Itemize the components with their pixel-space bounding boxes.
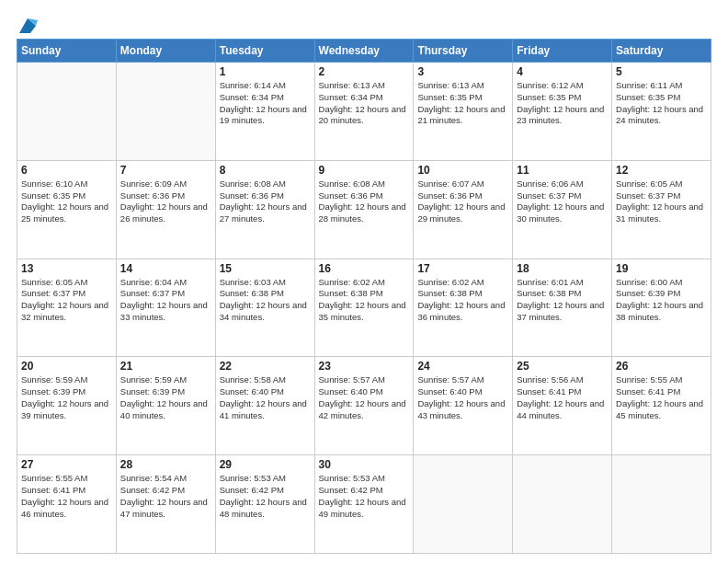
day-number: 19 [616, 262, 707, 275]
weekday-saturday: Saturday [612, 40, 711, 63]
weekday-sunday: Sunday [17, 40, 117, 63]
day-info: Sunrise: 6:14 AM Sunset: 6:34 PM Dayligh… [220, 80, 311, 127]
calendar-cell: 10Sunrise: 6:07 AM Sunset: 6:36 PM Dayli… [414, 160, 513, 259]
day-number: 8 [220, 164, 311, 177]
week-row-2: 13Sunrise: 6:05 AM Sunset: 6:37 PM Dayli… [17, 259, 711, 357]
calendar-cell [513, 455, 612, 554]
day-number: 27 [21, 458, 112, 471]
day-number: 7 [120, 164, 211, 177]
day-info: Sunrise: 5:55 AM Sunset: 6:41 PM Dayligh… [616, 374, 707, 421]
logo [17, 17, 38, 29]
day-info: Sunrise: 6:09 AM Sunset: 6:36 PM Dayligh… [120, 178, 211, 225]
day-info: Sunrise: 6:07 AM Sunset: 6:36 PM Dayligh… [417, 178, 508, 225]
weekday-monday: Monday [116, 40, 215, 63]
week-row-4: 27Sunrise: 5:55 AM Sunset: 6:41 PM Dayli… [17, 455, 711, 554]
day-number: 1 [220, 65, 311, 78]
week-row-1: 6Sunrise: 6:10 AM Sunset: 6:35 PM Daylig… [17, 160, 711, 259]
calendar-cell: 21Sunrise: 5:59 AM Sunset: 6:39 PM Dayli… [116, 357, 215, 455]
calendar-cell: 2Sunrise: 6:13 AM Sunset: 6:34 PM Daylig… [314, 63, 414, 161]
day-info: Sunrise: 6:02 AM Sunset: 6:38 PM Dayligh… [417, 277, 508, 324]
calendar-cell: 25Sunrise: 5:56 AM Sunset: 6:41 PM Dayli… [513, 357, 612, 455]
day-number: 18 [517, 262, 608, 275]
day-number: 24 [417, 360, 508, 373]
day-info: Sunrise: 5:53 AM Sunset: 6:42 PM Dayligh… [319, 473, 410, 520]
day-info: Sunrise: 5:54 AM Sunset: 6:42 PM Dayligh… [120, 473, 211, 520]
calendar-cell: 27Sunrise: 5:55 AM Sunset: 6:41 PM Dayli… [17, 455, 117, 554]
day-number: 5 [616, 65, 707, 78]
calendar-table: SundayMondayTuesdayWednesdayThursdayFrid… [17, 39, 711, 554]
day-number: 9 [319, 164, 410, 177]
day-info: Sunrise: 5:59 AM Sunset: 6:39 PM Dayligh… [21, 374, 112, 421]
calendar-cell: 5Sunrise: 6:11 AM Sunset: 6:35 PM Daylig… [612, 63, 711, 161]
day-number: 26 [616, 360, 707, 373]
calendar-cell: 20Sunrise: 5:59 AM Sunset: 6:39 PM Dayli… [17, 357, 117, 455]
day-number: 29 [220, 458, 311, 471]
day-number: 6 [21, 164, 112, 177]
day-info: Sunrise: 6:00 AM Sunset: 6:39 PM Dayligh… [616, 277, 707, 324]
day-info: Sunrise: 6:05 AM Sunset: 6:37 PM Dayligh… [21, 277, 112, 324]
day-info: Sunrise: 6:06 AM Sunset: 6:37 PM Dayligh… [517, 178, 608, 225]
day-info: Sunrise: 6:05 AM Sunset: 6:37 PM Dayligh… [616, 178, 707, 225]
page: SundayMondayTuesdayWednesdayThursdayFrid… [0, 0, 728, 563]
day-info: Sunrise: 5:55 AM Sunset: 6:41 PM Dayligh… [21, 473, 112, 520]
logo-icon [17, 17, 38, 35]
day-info: Sunrise: 5:57 AM Sunset: 6:40 PM Dayligh… [417, 374, 508, 421]
calendar-cell: 23Sunrise: 5:57 AM Sunset: 6:40 PM Dayli… [314, 357, 414, 455]
day-info: Sunrise: 6:02 AM Sunset: 6:38 PM Dayligh… [319, 277, 410, 324]
calendar-cell: 8Sunrise: 6:08 AM Sunset: 6:36 PM Daylig… [215, 160, 314, 259]
day-number: 20 [21, 360, 112, 373]
calendar-cell: 7Sunrise: 6:09 AM Sunset: 6:36 PM Daylig… [116, 160, 215, 259]
day-info: Sunrise: 5:53 AM Sunset: 6:42 PM Dayligh… [220, 473, 311, 520]
day-number: 14 [120, 262, 211, 275]
day-info: Sunrise: 6:13 AM Sunset: 6:35 PM Dayligh… [417, 80, 508, 127]
calendar-cell: 15Sunrise: 6:03 AM Sunset: 6:38 PM Dayli… [215, 259, 314, 357]
calendar-cell: 6Sunrise: 6:10 AM Sunset: 6:35 PM Daylig… [17, 160, 117, 259]
day-info: Sunrise: 5:58 AM Sunset: 6:40 PM Dayligh… [220, 374, 311, 421]
calendar-cell: 26Sunrise: 5:55 AM Sunset: 6:41 PM Dayli… [612, 357, 711, 455]
calendar-cell: 17Sunrise: 6:02 AM Sunset: 6:38 PM Dayli… [414, 259, 513, 357]
day-number: 22 [220, 360, 311, 373]
day-info: Sunrise: 6:11 AM Sunset: 6:35 PM Dayligh… [616, 80, 707, 127]
day-number: 30 [319, 458, 410, 471]
week-row-0: 1Sunrise: 6:14 AM Sunset: 6:34 PM Daylig… [17, 63, 711, 161]
weekday-wednesday: Wednesday [314, 40, 414, 63]
calendar-cell: 13Sunrise: 6:05 AM Sunset: 6:37 PM Dayli… [17, 259, 117, 357]
day-info: Sunrise: 6:01 AM Sunset: 6:38 PM Dayligh… [517, 277, 608, 324]
calendar-cell: 16Sunrise: 6:02 AM Sunset: 6:38 PM Dayli… [314, 259, 414, 357]
calendar-cell: 18Sunrise: 6:01 AM Sunset: 6:38 PM Dayli… [513, 259, 612, 357]
day-info: Sunrise: 5:57 AM Sunset: 6:40 PM Dayligh… [319, 374, 410, 421]
calendar-cell [414, 455, 513, 554]
calendar-cell: 12Sunrise: 6:05 AM Sunset: 6:37 PM Dayli… [612, 160, 711, 259]
weekday-header-row: SundayMondayTuesdayWednesdayThursdayFrid… [17, 40, 711, 63]
calendar-cell: 22Sunrise: 5:58 AM Sunset: 6:40 PM Dayli… [215, 357, 314, 455]
day-info: Sunrise: 6:04 AM Sunset: 6:37 PM Dayligh… [120, 277, 211, 324]
day-number: 25 [517, 360, 608, 373]
day-number: 28 [120, 458, 211, 471]
calendar-cell: 3Sunrise: 6:13 AM Sunset: 6:35 PM Daylig… [414, 63, 513, 161]
calendar-cell: 30Sunrise: 5:53 AM Sunset: 6:42 PM Dayli… [314, 455, 414, 554]
calendar-cell: 1Sunrise: 6:14 AM Sunset: 6:34 PM Daylig… [215, 63, 314, 161]
day-number: 4 [517, 65, 608, 78]
day-info: Sunrise: 6:08 AM Sunset: 6:36 PM Dayligh… [319, 178, 410, 225]
day-info: Sunrise: 5:56 AM Sunset: 6:41 PM Dayligh… [517, 374, 608, 421]
calendar-cell: 19Sunrise: 6:00 AM Sunset: 6:39 PM Dayli… [612, 259, 711, 357]
calendar-cell [17, 63, 117, 161]
weekday-tuesday: Tuesday [215, 40, 314, 63]
calendar-cell: 28Sunrise: 5:54 AM Sunset: 6:42 PM Dayli… [116, 455, 215, 554]
weekday-friday: Friday [513, 40, 612, 63]
day-number: 13 [21, 262, 112, 275]
calendar-cell: 9Sunrise: 6:08 AM Sunset: 6:36 PM Daylig… [314, 160, 414, 259]
day-info: Sunrise: 6:13 AM Sunset: 6:34 PM Dayligh… [319, 80, 410, 127]
day-number: 2 [319, 65, 410, 78]
week-row-3: 20Sunrise: 5:59 AM Sunset: 6:39 PM Dayli… [17, 357, 711, 455]
weekday-thursday: Thursday [414, 40, 513, 63]
calendar-cell: 14Sunrise: 6:04 AM Sunset: 6:37 PM Dayli… [116, 259, 215, 357]
day-number: 12 [616, 164, 707, 177]
day-number: 23 [319, 360, 410, 373]
calendar-cell: 29Sunrise: 5:53 AM Sunset: 6:42 PM Dayli… [215, 455, 314, 554]
day-number: 21 [120, 360, 211, 373]
calendar-cell: 24Sunrise: 5:57 AM Sunset: 6:40 PM Dayli… [414, 357, 513, 455]
calendar-cell [116, 63, 215, 161]
day-info: Sunrise: 6:12 AM Sunset: 6:35 PM Dayligh… [517, 80, 608, 127]
day-info: Sunrise: 6:08 AM Sunset: 6:36 PM Dayligh… [220, 178, 311, 225]
